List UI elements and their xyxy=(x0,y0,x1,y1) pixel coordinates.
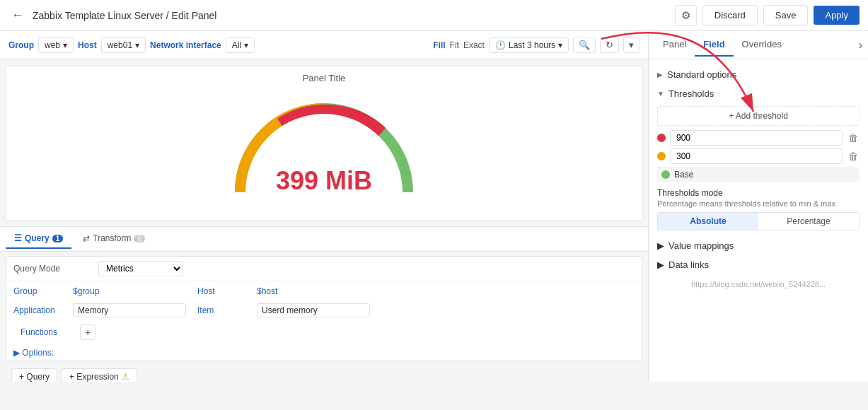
application-input[interactable] xyxy=(73,303,186,317)
value-mappings-header[interactable]: ▶ Value mappings xyxy=(649,236,868,255)
main-layout: Group web ▾ Host web01 ▾ Network interfa… xyxy=(0,31,868,382)
add-expression-button[interactable]: + Expression ⚠ xyxy=(62,368,137,382)
right-tabs: Panel Field Overrides › xyxy=(649,31,868,59)
host-key: Host xyxy=(197,286,254,296)
item-field: Item xyxy=(197,303,370,317)
add-threshold-button[interactable]: + Add threshold xyxy=(657,106,860,126)
thresholds-body: + Add threshold 🗑 🗑 Base Thresholds xyxy=(649,103,868,236)
mode-buttons: Absolute Percentage xyxy=(657,212,860,230)
query-mode-label: Query Mode xyxy=(13,264,98,274)
gauge-container: 399 MiB xyxy=(225,86,423,199)
network-filter-label[interactable]: Network interface xyxy=(150,40,221,50)
threshold-delete-900[interactable]: 🗑 xyxy=(847,131,860,145)
threshold-color-300 xyxy=(657,152,666,160)
threshold-value-300[interactable] xyxy=(670,148,843,164)
zoom-out-button[interactable]: 🔍 xyxy=(573,37,596,53)
watermark: https://blog.csdn.net/weixin_5244228... xyxy=(649,274,868,294)
standard-options-label: Standard options xyxy=(667,69,736,80)
filter-bar-right: Fill Fit Exact 🕐 Last 3 hours ▾ 🔍 ↻ ▾ xyxy=(433,37,640,53)
left-panel: Group web ▾ Host web01 ▾ Network interfa… xyxy=(0,31,649,382)
mode-absolute-button[interactable]: Absolute xyxy=(658,213,758,230)
functions-row: Functions + xyxy=(13,322,103,342)
application-key: Application xyxy=(13,305,70,315)
value-mappings-label: Value mappings xyxy=(669,240,734,251)
threshold-base-label: Base xyxy=(674,170,693,180)
panel-canvas: Panel Title 399 MiB xyxy=(6,65,642,221)
tab-panel[interactable]: Panel xyxy=(654,33,695,57)
back-button[interactable]: ← xyxy=(8,5,27,25)
threshold-mode-section: Thresholds mode Percentage means thresho… xyxy=(657,188,860,230)
thresholds-label: Thresholds xyxy=(669,88,714,99)
tab-overrides[interactable]: Overrides xyxy=(734,33,790,57)
top-bar-right: ⚙ Discard Save Apply xyxy=(675,5,860,26)
threshold-mode-label: Thresholds mode xyxy=(657,188,860,198)
host-filter-select[interactable]: web01 ▾ xyxy=(101,37,146,53)
top-bar-left: ← Zabbix Template Linux Server / Edit Pa… xyxy=(8,5,216,25)
top-bar: ← Zabbix Template Linux Server / Edit Pa… xyxy=(0,0,868,31)
group-val[interactable]: $group xyxy=(73,286,186,296)
mode-percentage-button[interactable]: Percentage xyxy=(758,213,859,230)
data-links-label: Data links xyxy=(669,259,709,270)
threshold-color-900 xyxy=(657,134,666,142)
query-tabs: ☰ Query 1 ⇄ Transform 0 xyxy=(0,226,648,252)
threshold-base: Base xyxy=(657,167,860,182)
right-content: ▶ Standard options ▼ Thresholds + Add th… xyxy=(649,59,868,382)
gear-button[interactable]: ⚙ xyxy=(675,5,697,26)
gauge-value: 399 MiB xyxy=(276,166,372,196)
threshold-item-300: 🗑 xyxy=(657,148,860,164)
time-picker[interactable]: 🕐 Last 3 hours ▾ xyxy=(489,37,569,53)
thresholds-header[interactable]: ▼ Thresholds xyxy=(649,84,868,103)
functions-key: Functions xyxy=(21,327,77,337)
panel-title-text: Panel Title xyxy=(303,73,346,83)
group-field: Group $group xyxy=(13,286,186,296)
page-title: Zabbix Template Linux Server / Edit Pane… xyxy=(33,10,216,21)
host-val[interactable]: $host xyxy=(257,286,370,296)
refresh-button[interactable]: ↻ xyxy=(600,37,619,53)
threshold-item-900: 🗑 xyxy=(657,130,860,146)
tab-transform[interactable]: ⇄ Transform 0 xyxy=(74,229,154,249)
item-input[interactable] xyxy=(257,303,370,317)
query-options[interactable]: ▶ Options: xyxy=(6,345,642,361)
threshold-delete-300[interactable]: 🗑 xyxy=(847,149,860,163)
network-filter-select[interactable]: All ▾ xyxy=(226,37,255,53)
tab-query[interactable]: ☰ Query 1 xyxy=(6,229,71,249)
query-mode-select[interactable]: Metrics xyxy=(98,261,183,276)
group-filter-label[interactable]: Group xyxy=(8,40,34,50)
standard-options-header[interactable]: ▶ Standard options xyxy=(649,65,868,84)
threshold-value-900[interactable] xyxy=(670,130,843,146)
tab-field[interactable]: Field xyxy=(695,33,733,57)
filter-bar: Group web ▾ Host web01 ▾ Network interfa… xyxy=(0,31,648,59)
save-button[interactable]: Save xyxy=(763,5,809,25)
right-panel-next[interactable]: › xyxy=(859,39,862,52)
application-field: Application xyxy=(13,303,186,317)
query-row: Query Mode Metrics Group $group Host xyxy=(6,256,642,361)
query-mode-value[interactable]: Metrics xyxy=(98,261,635,276)
fit-button[interactable]: Fit xyxy=(450,40,459,50)
right-panel: Panel Field Overrides › ▶ Standard optio… xyxy=(649,31,868,382)
apply-button[interactable]: Apply xyxy=(814,6,860,25)
query-fields: Group $group Host $host Application xyxy=(6,281,642,345)
add-query-button[interactable]: + Query xyxy=(11,368,57,382)
add-function-button[interactable]: + xyxy=(80,324,96,340)
item-key: Item xyxy=(197,305,254,315)
group-filter-select[interactable]: web ▾ xyxy=(38,37,74,53)
host-field: Host $host xyxy=(197,286,370,296)
fill-button[interactable]: Fill xyxy=(433,40,445,50)
exact-button[interactable]: Exact xyxy=(463,40,485,50)
add-buttons: + Query + Expression ⚠ xyxy=(6,364,642,382)
query-content: Query Mode Metrics Group $group Host xyxy=(0,252,648,382)
more-button[interactable]: ▾ xyxy=(623,37,640,53)
threshold-mode-desc: Percentage means thresholds relative to … xyxy=(657,199,860,208)
data-links-header[interactable]: ▶ Data links xyxy=(649,255,868,274)
host-filter-label[interactable]: Host xyxy=(78,40,97,50)
group-key: Group xyxy=(13,286,70,296)
discard-button[interactable]: Discard xyxy=(702,5,758,25)
query-header: Query Mode Metrics xyxy=(6,257,642,281)
threshold-color-base xyxy=(661,170,670,179)
